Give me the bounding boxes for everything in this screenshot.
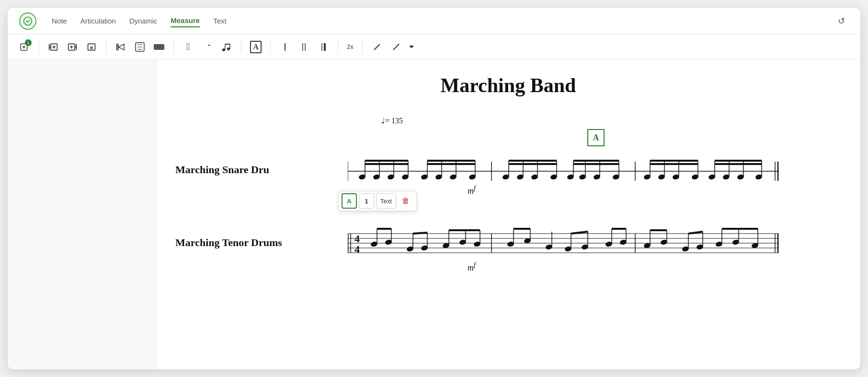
svg-marker-21 (409, 46, 414, 48)
half-rest-button[interactable]: 𝄼 (199, 38, 216, 56)
final-barline-button[interactable] (315, 38, 332, 56)
app-logo[interactable] (19, 12, 36, 30)
svg-line-18 (374, 44, 380, 50)
tempo-marking: ♩= 135 (381, 116, 841, 125)
tab-note[interactable]: Note (52, 15, 67, 27)
left-sidebar (8, 59, 156, 369)
svg-line-129 (571, 232, 588, 234)
popup-rehearsal-button[interactable]: A (342, 193, 357, 209)
delete-measure-button[interactable] (83, 38, 100, 56)
tenor-notation: 4 4 (348, 219, 841, 269)
score-title: Marching Band (175, 74, 841, 97)
nav-tabs: Note Articulation Dynamic Measure Text (52, 14, 227, 27)
tab-measure[interactable]: Measure (171, 14, 200, 27)
toolbar-divider-3 (173, 40, 174, 54)
tenor-staff-svg: 4 4 (348, 219, 779, 267)
snare-notation: mf (348, 152, 841, 192)
toolbar-divider-6 (338, 40, 338, 54)
popup-number-button[interactable]: 1 (359, 193, 374, 209)
diagonal-line-button[interactable] (388, 38, 405, 56)
app-container: Note Articulation Dynamic Measure Text ↺ (8, 8, 860, 369)
main-content: Marching Band ♩= 135 A A 1 Text 🗑 (8, 59, 860, 369)
undo-button[interactable]: ↺ (834, 13, 849, 29)
line-dropdown-button[interactable] (407, 38, 416, 56)
svg-text:4: 4 (354, 243, 360, 255)
tenor-dynamic: mf (468, 261, 476, 273)
coda-button[interactable] (131, 38, 148, 56)
svg-line-110 (413, 233, 427, 234)
measure-spacer-button[interactable] (150, 38, 168, 56)
tab-articulation[interactable]: Articulation (80, 15, 116, 27)
measure-add-button[interactable] (15, 38, 33, 56)
double-barline-button[interactable] (296, 38, 313, 56)
popup-delete-button[interactable]: 🗑 (398, 193, 413, 209)
tab-dynamic[interactable]: Dynamic (129, 15, 157, 27)
tenor-staff-row: Marching Tenor Drums 4 (175, 219, 841, 282)
context-popup: A 1 Text 🗑 (338, 191, 417, 211)
insert-measure-right-button[interactable] (64, 38, 81, 56)
score-area[interactable]: Marching Band ♩= 135 A A 1 Text 🗑 (156, 59, 860, 369)
beam-note-button[interactable] (218, 38, 235, 56)
snare-staff-row: Marching Snare Dru (175, 152, 841, 210)
toolbar-divider-5 (270, 40, 271, 54)
toolbar-divider-7 (362, 40, 363, 54)
single-barline-button[interactable] (276, 38, 294, 56)
snare-label: Marching Snare Dru (175, 164, 269, 176)
volta-2x-button[interactable]: 2x (344, 38, 356, 56)
toolbar-divider-1 (38, 40, 39, 54)
text-frame-button[interactable]: A (247, 38, 264, 56)
nav-right: ↺ (834, 13, 849, 29)
svg-point-8 (222, 48, 225, 51)
quarter-rest-button[interactable]: 𝄧 (180, 38, 197, 56)
snare-dynamic: mf (468, 185, 476, 196)
svg-rect-3 (88, 44, 95, 50)
toolbar-divider-2 (106, 40, 106, 54)
top-nav: Note Articulation Dynamic Measure Text ↺ (8, 8, 860, 35)
rehearsal-mark-A: A (587, 129, 605, 146)
svg-line-144 (688, 232, 703, 234)
svg-point-10 (227, 47, 230, 50)
toolbar-divider-4 (241, 40, 241, 54)
snare-staff-svg (348, 152, 779, 190)
toolbar: 𝄧 𝄼 A (8, 35, 860, 59)
popup-text-button[interactable]: Text (376, 193, 396, 209)
repeat-start-button[interactable] (112, 38, 129, 56)
svg-rect-7 (154, 44, 164, 50)
svg-line-19 (393, 44, 399, 50)
tenor-label: Marching Tenor Drums (175, 236, 282, 249)
tab-text[interactable]: Text (213, 15, 227, 27)
slash-button[interactable] (368, 38, 386, 56)
insert-measure-left-button[interactable] (45, 38, 62, 56)
